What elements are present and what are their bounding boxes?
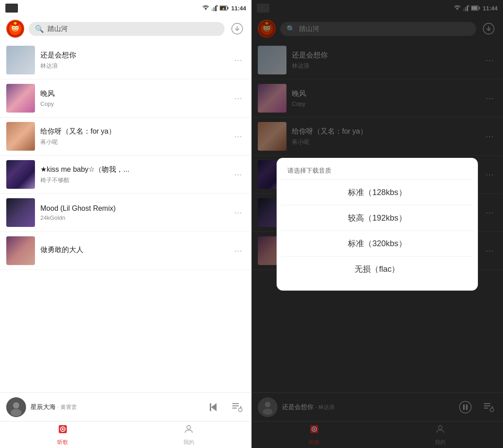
svg-rect-1 (213, 7, 215, 11)
left-time: 11:44 (231, 5, 246, 12)
left-song-more-btn-5[interactable]: ⋯ (231, 205, 245, 220)
left-song-list: 还是会想你 林达浪 ⋯ 晚风 Copy ⋯ 给你呀（又名：for ya） 蒋小呢… (0, 41, 252, 392)
left-song-thumb-6 (6, 236, 35, 265)
left-song-title-1: 还是会想你 (40, 51, 225, 60)
svg-point-30 (62, 428, 64, 430)
left-nav-item-listen[interactable]: 听歌 (0, 424, 126, 446)
left-nav-label-mine: 我的 (183, 439, 194, 446)
svg-rect-25 (232, 405, 239, 406)
left-status-square (5, 4, 18, 13)
left-song-info-6: 做勇敢的大人 (40, 245, 225, 257)
left-song-title-4: ★kiss me baby☆（吻我，... (40, 165, 225, 174)
kuwo-logo-svg (7, 21, 23, 37)
quality-select-dialog: 请选择下载音质 标准（128kbs） 较高（192kbs） 标准（320kbs）… (277, 158, 478, 291)
svg-rect-0 (212, 9, 213, 11)
svg-text:⚡: ⚡ (221, 7, 225, 11)
left-song-item-3[interactable]: 给你呀（又名：for ya） 蒋小呢 ⋯ (0, 117, 252, 156)
signal-icon (212, 5, 218, 11)
mine-icon-svg (183, 424, 194, 435)
listen-icon-svg (57, 424, 68, 435)
quality-option-1[interactable]: 标准（128kbs） (281, 179, 473, 205)
left-player-title: 星辰大海 · 黄霄雲 (30, 403, 201, 411)
modal-overlay[interactable]: 请选择下载音质 标准（128kbs） 较高（192kbs） 标准（320kbs）… (252, 0, 503, 448)
svg-rect-2 (215, 6, 217, 11)
left-status-right: ⚡ 11:44 (202, 5, 246, 12)
left-song-info-5: Mood (Lil Ghost Remix) 24kGoldn (40, 204, 225, 221)
left-song-item-4[interactable]: ★kiss me baby☆（吻我，... 椅子不够酷 ⋯ (0, 156, 252, 194)
left-song-title-5: Mood (Lil Ghost Remix) (40, 204, 225, 213)
left-song-title-3: 给你呀（又名：for ya） (40, 127, 225, 136)
svg-point-21 (11, 409, 22, 416)
svg-point-31 (187, 426, 191, 429)
left-nav-icon-mine (183, 424, 194, 437)
left-player-info: 星辰大海 · 黄霄雲 (30, 403, 201, 411)
left-song-artist-1: 林达浪 (40, 62, 225, 70)
left-song-artist-2: Copy (40, 100, 225, 107)
left-playlist-btn[interactable] (229, 399, 245, 415)
left-playlist-svg (231, 401, 243, 413)
svg-rect-6 (227, 7, 228, 9)
left-song-title-2: 晚风 (40, 89, 225, 99)
left-song-more-btn-6[interactable]: ⋯ (231, 244, 245, 258)
left-download-svg (231, 22, 243, 35)
left-song-artist-5: 24kGoldn (40, 214, 225, 221)
left-player-thumb-svg (6, 397, 26, 417)
left-bottom-nav: 听歌 我的 (0, 421, 252, 448)
left-song-item-5[interactable]: Mood (Lil Ghost Remix) 24kGoldn ⋯ (0, 194, 252, 232)
svg-line-3 (217, 5, 218, 7)
quality-option-2[interactable]: 较高（192kbs） (281, 205, 473, 231)
wifi-icon (202, 5, 210, 11)
left-song-more-btn-2[interactable]: ⋯ (231, 91, 245, 105)
svg-point-27 (238, 408, 242, 412)
left-song-item-6[interactable]: 做勇敢的大人 ⋯ (0, 232, 252, 270)
left-player-controls (206, 399, 245, 415)
svg-rect-26 (232, 408, 237, 409)
modal-title: 请选择下载音质 (281, 167, 473, 179)
left-song-artist-4: 椅子不够酷 (40, 176, 225, 184)
left-nav-icon-listen (57, 424, 68, 437)
left-song-artist-3: 蒋小呢 (40, 138, 225, 146)
left-song-more-btn-4[interactable]: ⋯ (231, 167, 245, 182)
left-search-input-wrapper[interactable]: 🔍 踏山河 (29, 22, 225, 36)
left-song-item-1[interactable]: 还是会想你 林达浪 ⋯ (0, 41, 252, 79)
left-song-more-btn-1[interactable]: ⋯ (231, 53, 245, 67)
left-song-thumb-4 (6, 160, 35, 189)
svg-marker-22 (211, 403, 217, 411)
left-search-icon: 🔍 (35, 25, 44, 33)
left-song-thumb-5 (6, 198, 35, 227)
battery-icon: ⚡ (220, 5, 229, 11)
left-nav-label-listen: 听歌 (57, 439, 68, 446)
left-search-bar: 🔍 踏山河 (0, 16, 252, 41)
left-song-more-btn-3[interactable]: ⋯ (231, 129, 245, 144)
left-song-item-2[interactable]: 晚风 Copy ⋯ (0, 79, 252, 117)
left-song-title-6: 做勇敢的大人 (40, 245, 225, 255)
quality-option-3[interactable]: 标准（320kbs） (281, 231, 473, 256)
left-song-thumb-2 (6, 84, 35, 113)
left-nav-item-mine[interactable]: 我的 (126, 424, 252, 446)
left-search-text: 踏山河 (48, 25, 68, 33)
left-song-info-4: ★kiss me baby☆（吻我，... 椅子不够酷 (40, 165, 225, 184)
svg-point-13 (13, 27, 14, 28)
svg-point-14 (17, 27, 17, 28)
left-song-thumb-3 (6, 122, 35, 151)
svg-point-20 (13, 402, 19, 409)
left-status-bar: ⚡ 11:44 (0, 0, 252, 16)
quality-option-4[interactable]: 无损（flac） (281, 256, 473, 282)
left-song-info-3: 给你呀（又名：for ya） 蒋小呢 (40, 127, 225, 146)
svg-point-17 (14, 22, 17, 25)
left-player-thumb (6, 397, 26, 417)
svg-rect-23 (210, 403, 211, 411)
left-song-thumb-1 (6, 46, 35, 74)
right-panel: 11:44 🔍 踏山河 (252, 0, 503, 448)
left-download-icon[interactable] (229, 21, 245, 37)
left-status-icons: ⚡ (202, 5, 229, 11)
left-song-info-1: 还是会想你 林达浪 (40, 51, 225, 70)
left-app-logo (6, 20, 24, 38)
left-panel: ⚡ 11:44 (0, 0, 252, 448)
left-player-bar: 星辰大海 · 黄霄雲 (0, 392, 252, 421)
left-prev-svg (208, 401, 220, 413)
left-prev-btn[interactable] (206, 399, 222, 415)
svg-rect-24 (232, 403, 239, 404)
left-song-info-2: 晚风 Copy (40, 89, 225, 107)
